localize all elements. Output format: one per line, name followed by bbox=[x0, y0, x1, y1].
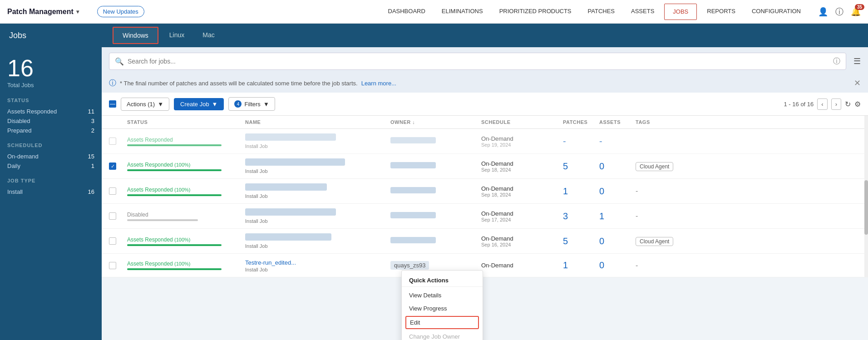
info-icon: ⓘ bbox=[109, 79, 116, 88]
menu-icon[interactable]: ☰ bbox=[853, 56, 861, 66]
row-checkbox-3[interactable] bbox=[109, 187, 116, 195]
filters-chevron-icon: ▼ bbox=[263, 101, 269, 108]
row-status-bar-3 bbox=[127, 194, 222, 196]
sidebar-on-demand-val: 15 bbox=[88, 153, 94, 160]
row-status-bar-6 bbox=[127, 268, 222, 270]
nav-assets[interactable]: ASSETS bbox=[623, 0, 662, 24]
col-owner: OWNER ↓ bbox=[390, 119, 481, 125]
sidebar-disabled[interactable]: Disabled 3 bbox=[7, 116, 94, 126]
col-checkbox bbox=[109, 119, 127, 125]
toolbar: — Actions (1) ▼ Create Job ▼ 4 Filters ▼… bbox=[102, 93, 868, 116]
sidebar-on-demand[interactable]: On-demand 15 bbox=[7, 152, 94, 161]
table-settings-icon[interactable]: ⚙ bbox=[854, 100, 861, 108]
prev-page-button[interactable]: ‹ bbox=[817, 99, 827, 110]
help-icon[interactable]: ⓘ bbox=[835, 6, 843, 17]
nav-jobs[interactable]: JOBS bbox=[664, 4, 697, 20]
row-status-bar-1 bbox=[127, 144, 222, 146]
scrollbar-thumb[interactable] bbox=[864, 180, 868, 235]
brand-label: Patch Management bbox=[7, 8, 74, 16]
search-input[interactable] bbox=[128, 58, 829, 65]
row-status-bar-5 bbox=[127, 244, 222, 246]
nav-dashboard[interactable]: DASHBOARD bbox=[380, 0, 434, 24]
row-name-blurred-5 bbox=[245, 233, 331, 241]
brand-chevron-icon: ▾ bbox=[76, 9, 79, 15]
create-job-button[interactable]: Create Job ▼ bbox=[174, 98, 224, 110]
tab-linux[interactable]: Linux bbox=[160, 24, 193, 47]
info-close-icon[interactable]: ✕ bbox=[854, 78, 861, 88]
context-menu-view-details[interactable]: View Details bbox=[402, 289, 483, 302]
row-checkbox-2[interactable]: ✓ bbox=[109, 163, 116, 170]
job-type-section-title: JOB TYPE bbox=[7, 178, 94, 183]
context-menu-title: Quick Actions bbox=[402, 273, 483, 287]
context-menu-view-progress[interactable]: View Progress bbox=[402, 302, 483, 315]
notification-badge: 35 bbox=[855, 4, 864, 10]
row-date-4: Sep 17, 2024 bbox=[481, 217, 563, 222]
next-page-button[interactable]: › bbox=[831, 99, 841, 110]
sidebar-assets-responded-val: 11 bbox=[88, 108, 94, 115]
learn-more-link[interactable]: Learn more... bbox=[361, 80, 396, 87]
row-assets-4: 1 bbox=[599, 211, 604, 221]
search-help-icon[interactable]: ⓘ bbox=[833, 57, 840, 66]
row-job-type-5: Install Job bbox=[245, 243, 390, 249]
row-checkbox-6[interactable] bbox=[109, 262, 116, 269]
sidebar-prepared-label: Prepared bbox=[7, 127, 31, 134]
nav-reports[interactable]: REPORTS bbox=[699, 0, 744, 24]
row-tag-4: - bbox=[636, 212, 638, 220]
row-patches-3: 1 bbox=[563, 186, 568, 196]
row-owner-blurred-1 bbox=[390, 137, 436, 143]
sidebar-assets-responded[interactable]: Assets Responded 11 bbox=[7, 107, 94, 116]
status-section-title: STATUS bbox=[7, 98, 94, 103]
table-row: Assets Responded Install Job On-Demand S… bbox=[102, 129, 868, 154]
row-schedule-6: On-Demand bbox=[481, 262, 563, 269]
top-nav: Patch Management ▾ New Updates DASHBOARD… bbox=[0, 0, 868, 24]
row-owner-blurred-5 bbox=[390, 237, 436, 243]
jobs-tabs: Windows Linux Mac bbox=[102, 24, 224, 47]
row-owner-blurred-3 bbox=[390, 187, 436, 193]
table-row: Assets Responded (100%) Install Job On-D… bbox=[102, 229, 868, 254]
context-menu-edit[interactable]: Edit bbox=[405, 316, 479, 329]
refresh-icon[interactable]: ↻ bbox=[845, 100, 851, 108]
row-date-1: Sep 19, 2024 bbox=[481, 142, 563, 148]
row-checkbox-5[interactable] bbox=[109, 237, 116, 245]
row-date-5: Sep 16, 2024 bbox=[481, 242, 563, 247]
row-owner-blurred-4 bbox=[390, 212, 436, 218]
tab-windows[interactable]: Windows bbox=[113, 27, 158, 44]
row-status-2: Assets Responded (100%) bbox=[127, 162, 245, 168]
sidebar-daily[interactable]: Daily 1 bbox=[7, 161, 94, 171]
sidebar-disabled-label: Disabled bbox=[7, 118, 30, 124]
actions-button[interactable]: Actions (1) ▼ bbox=[121, 98, 169, 111]
row-checkbox-1[interactable] bbox=[109, 138, 116, 145]
tab-mac[interactable]: Mac bbox=[193, 24, 223, 47]
row-assets-1: - bbox=[599, 136, 602, 146]
search-bar-wrap: 🔍 ⓘ ☰ bbox=[102, 47, 868, 75]
col-assets: ASSETS bbox=[599, 119, 636, 125]
brand[interactable]: Patch Management ▾ bbox=[7, 8, 79, 16]
filters-button[interactable]: 4 Filters ▼ bbox=[228, 97, 275, 111]
sidebar-install[interactable]: Install 16 bbox=[7, 187, 94, 197]
nav-icons: 👤 ⓘ 🔔 35 bbox=[818, 6, 861, 17]
col-name: NAME bbox=[245, 119, 390, 125]
sidebar-daily-val: 1 bbox=[91, 163, 94, 169]
nav-eliminations[interactable]: ELIMINATIONS bbox=[434, 0, 491, 24]
nav-prioritized[interactable]: PRIORITIZED PRODUCTS bbox=[491, 0, 580, 24]
row-name-6[interactable]: Testre-run_edited... bbox=[245, 259, 296, 266]
new-updates-button[interactable]: New Updates bbox=[97, 6, 144, 17]
user-icon[interactable]: 👤 bbox=[818, 7, 828, 17]
pagination-info: 1 - 16 of 16 ‹ › ↻ ⚙ bbox=[784, 99, 861, 110]
row-schedule-2: On-Demand bbox=[481, 160, 563, 167]
content-area: 🔍 ⓘ ☰ ⓘ * The final number of patches an… bbox=[102, 47, 868, 340]
row-checkbox-4[interactable] bbox=[109, 212, 116, 220]
row-tag-3: - bbox=[636, 187, 638, 195]
notifications-icon[interactable]: 🔔 35 bbox=[851, 7, 861, 17]
nav-patches[interactable]: PATCHES bbox=[580, 0, 623, 24]
row-status-bar-4 bbox=[127, 219, 198, 221]
select-all-checkbox[interactable]: — bbox=[109, 100, 116, 108]
table-header: STATUS NAME OWNER ↓ SCHEDULE PATCHES ASS… bbox=[102, 116, 868, 129]
sidebar-prepared[interactable]: Prepared 2 bbox=[7, 126, 94, 135]
nav-configuration[interactable]: CONFIGURATION bbox=[744, 0, 809, 24]
sidebar-prepared-val: 2 bbox=[91, 127, 94, 134]
table-row: Assets Responded (100%) Install Job On-D… bbox=[102, 179, 868, 204]
row-schedule-5: On-Demand bbox=[481, 235, 563, 242]
row-owner-6: quays_zs93 bbox=[390, 261, 429, 270]
col-patches: PATCHES bbox=[563, 119, 599, 125]
